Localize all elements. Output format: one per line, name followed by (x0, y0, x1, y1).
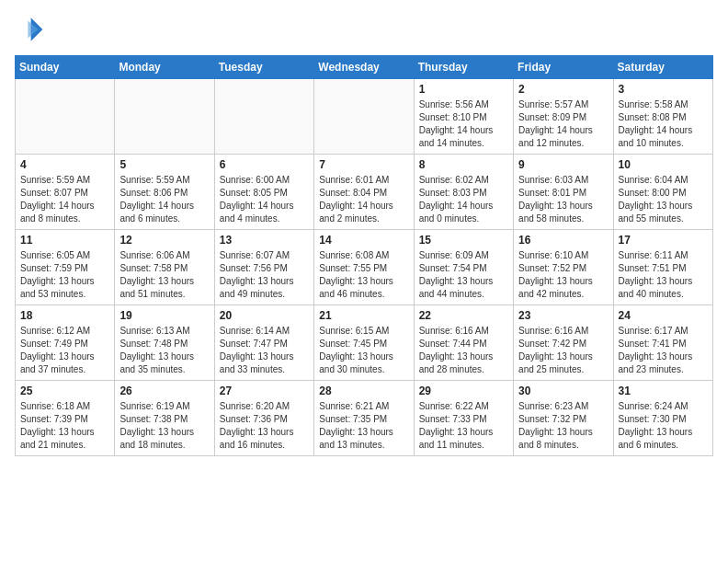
week-row-0: 1Sunrise: 5:56 AM Sunset: 8:10 PM Daylig… (16, 79, 713, 155)
day-number: 1 (419, 83, 508, 96)
week-row-4: 25Sunrise: 6:18 AM Sunset: 7:39 PM Dayli… (16, 381, 713, 456)
week-row-2: 11Sunrise: 6:05 AM Sunset: 7:59 PM Dayli… (16, 230, 713, 305)
calendar-cell: 19Sunrise: 6:13 AM Sunset: 7:48 PM Dayli… (115, 305, 214, 381)
calendar-cell: 6Sunrise: 6:00 AM Sunset: 8:05 PM Daylig… (214, 155, 313, 230)
header-cell-sunday: Sunday (16, 56, 115, 79)
day-number: 14 (319, 234, 408, 247)
day-info: Sunrise: 6:01 AM Sunset: 8:04 PM Dayligh… (319, 174, 408, 225)
calendar-cell: 30Sunrise: 6:23 AM Sunset: 7:32 PM Dayli… (514, 381, 613, 456)
day-info: Sunrise: 6:12 AM Sunset: 7:49 PM Dayligh… (20, 325, 109, 376)
day-number: 19 (119, 309, 209, 322)
day-number: 2 (518, 83, 608, 96)
day-info: Sunrise: 6:13 AM Sunset: 7:48 PM Dayligh… (119, 325, 209, 376)
header-cell-monday: Monday (115, 56, 214, 79)
day-number: 30 (518, 385, 608, 397)
day-info: Sunrise: 6:19 AM Sunset: 7:38 PM Dayligh… (119, 400, 209, 452)
header-cell-thursday: Thursday (414, 56, 513, 79)
day-info: Sunrise: 6:06 AM Sunset: 7:58 PM Dayligh… (119, 249, 209, 301)
calendar-cell: 26Sunrise: 6:19 AM Sunset: 7:38 PM Dayli… (115, 381, 214, 456)
day-number: 24 (619, 309, 708, 322)
day-number: 20 (220, 309, 309, 322)
calendar-cell: 7Sunrise: 6:01 AM Sunset: 8:04 PM Daylig… (314, 155, 414, 230)
header-cell-tuesday: Tuesday (214, 56, 313, 79)
day-number: 5 (119, 158, 209, 171)
day-number: 18 (20, 309, 109, 322)
day-info: Sunrise: 5:56 AM Sunset: 8:10 PM Dayligh… (419, 98, 508, 150)
calendar-cell: 18Sunrise: 6:12 AM Sunset: 7:49 PM Dayli… (16, 305, 115, 381)
header-cell-saturday: Saturday (613, 56, 712, 79)
calendar-cell (16, 79, 115, 155)
day-number: 16 (518, 234, 608, 247)
day-number: 28 (319, 385, 408, 397)
day-number: 10 (619, 158, 708, 171)
day-info: Sunrise: 5:58 AM Sunset: 8:08 PM Dayligh… (619, 98, 708, 150)
day-info: Sunrise: 6:20 AM Sunset: 7:36 PM Dayligh… (220, 400, 309, 452)
day-info: Sunrise: 6:11 AM Sunset: 7:51 PM Dayligh… (619, 249, 708, 301)
day-info: Sunrise: 6:15 AM Sunset: 7:45 PM Dayligh… (319, 325, 408, 376)
calendar-cell: 5Sunrise: 5:59 AM Sunset: 8:06 PM Daylig… (115, 155, 214, 230)
calendar-cell: 9Sunrise: 6:03 AM Sunset: 8:01 PM Daylig… (514, 155, 613, 230)
calendar-cell: 27Sunrise: 6:20 AM Sunset: 7:36 PM Dayli… (214, 381, 313, 456)
calendar-cell: 20Sunrise: 6:14 AM Sunset: 7:47 PM Dayli… (214, 305, 313, 381)
calendar-cell: 28Sunrise: 6:21 AM Sunset: 7:35 PM Dayli… (314, 381, 414, 456)
calendar-cell: 17Sunrise: 6:11 AM Sunset: 7:51 PM Dayli… (613, 230, 712, 305)
day-info: Sunrise: 6:09 AM Sunset: 7:54 PM Dayligh… (419, 249, 508, 301)
day-info: Sunrise: 6:08 AM Sunset: 7:55 PM Dayligh… (319, 249, 408, 301)
day-number: 22 (419, 309, 508, 322)
day-number: 9 (518, 158, 608, 171)
day-number: 17 (619, 234, 708, 247)
header-cell-wednesday: Wednesday (314, 56, 414, 79)
day-info: Sunrise: 6:18 AM Sunset: 7:39 PM Dayligh… (20, 400, 109, 452)
day-info: Sunrise: 6:16 AM Sunset: 7:44 PM Dayligh… (419, 325, 508, 376)
day-info: Sunrise: 6:04 AM Sunset: 8:00 PM Dayligh… (619, 174, 708, 225)
day-number: 31 (619, 385, 708, 397)
day-number: 4 (20, 158, 109, 171)
day-info: Sunrise: 5:59 AM Sunset: 8:06 PM Dayligh… (119, 174, 209, 225)
day-number: 11 (20, 234, 109, 247)
header-row: SundayMondayTuesdayWednesdayThursdayFrid… (16, 56, 713, 79)
day-info: Sunrise: 5:59 AM Sunset: 8:07 PM Dayligh… (20, 174, 109, 225)
calendar-body: 1Sunrise: 5:56 AM Sunset: 8:10 PM Daylig… (16, 79, 713, 456)
calendar-cell: 22Sunrise: 6:16 AM Sunset: 7:44 PM Dayli… (414, 305, 513, 381)
calendar-cell: 25Sunrise: 6:18 AM Sunset: 7:39 PM Dayli… (16, 381, 115, 456)
day-info: Sunrise: 6:07 AM Sunset: 7:56 PM Dayligh… (220, 249, 309, 301)
calendar-cell: 13Sunrise: 6:07 AM Sunset: 7:56 PM Dayli… (214, 230, 313, 305)
calendar-cell: 24Sunrise: 6:17 AM Sunset: 7:41 PM Dayli… (613, 305, 712, 381)
calendar-cell: 21Sunrise: 6:15 AM Sunset: 7:45 PM Dayli… (314, 305, 414, 381)
day-number: 23 (518, 309, 608, 322)
calendar-cell: 23Sunrise: 6:16 AM Sunset: 7:42 PM Dayli… (514, 305, 613, 381)
day-number: 25 (20, 385, 109, 397)
day-info: Sunrise: 6:21 AM Sunset: 7:35 PM Dayligh… (319, 400, 408, 452)
day-info: Sunrise: 6:14 AM Sunset: 7:47 PM Dayligh… (220, 325, 309, 376)
calendar-cell: 11Sunrise: 6:05 AM Sunset: 7:59 PM Dayli… (16, 230, 115, 305)
day-number: 26 (119, 385, 209, 397)
logo (15, 15, 48, 44)
day-number: 21 (319, 309, 408, 322)
calendar-cell: 4Sunrise: 5:59 AM Sunset: 8:07 PM Daylig… (16, 155, 115, 230)
page-header (15, 15, 713, 44)
calendar-table: SundayMondayTuesdayWednesdayThursdayFrid… (15, 55, 713, 456)
day-info: Sunrise: 6:02 AM Sunset: 8:03 PM Dayligh… (419, 174, 508, 225)
day-info: Sunrise: 6:10 AM Sunset: 7:52 PM Dayligh… (518, 249, 608, 301)
week-row-1: 4Sunrise: 5:59 AM Sunset: 8:07 PM Daylig… (16, 155, 713, 230)
day-info: Sunrise: 6:05 AM Sunset: 7:59 PM Dayligh… (20, 249, 109, 301)
calendar-cell: 14Sunrise: 6:08 AM Sunset: 7:55 PM Dayli… (314, 230, 414, 305)
day-info: Sunrise: 6:23 AM Sunset: 7:32 PM Dayligh… (518, 400, 608, 452)
calendar-cell: 12Sunrise: 6:06 AM Sunset: 7:58 PM Dayli… (115, 230, 214, 305)
calendar-cell (115, 79, 214, 155)
calendar-cell: 3Sunrise: 5:58 AM Sunset: 8:08 PM Daylig… (613, 79, 712, 155)
day-number: 6 (220, 158, 309, 171)
day-info: Sunrise: 6:16 AM Sunset: 7:42 PM Dayligh… (518, 325, 608, 376)
week-row-3: 18Sunrise: 6:12 AM Sunset: 7:49 PM Dayli… (16, 305, 713, 381)
day-number: 27 (220, 385, 309, 397)
day-number: 12 (119, 234, 209, 247)
calendar-cell: 29Sunrise: 6:22 AM Sunset: 7:33 PM Dayli… (414, 381, 513, 456)
day-number: 8 (419, 158, 508, 171)
calendar-cell: 8Sunrise: 6:02 AM Sunset: 8:03 PM Daylig… (414, 155, 513, 230)
calendar-cell (214, 79, 313, 155)
day-info: Sunrise: 6:17 AM Sunset: 7:41 PM Dayligh… (619, 325, 708, 376)
calendar-cell: 15Sunrise: 6:09 AM Sunset: 7:54 PM Dayli… (414, 230, 513, 305)
calendar-cell: 2Sunrise: 5:57 AM Sunset: 8:09 PM Daylig… (514, 79, 613, 155)
calendar-header: SundayMondayTuesdayWednesdayThursdayFrid… (16, 56, 713, 79)
logo-icon (15, 15, 44, 44)
